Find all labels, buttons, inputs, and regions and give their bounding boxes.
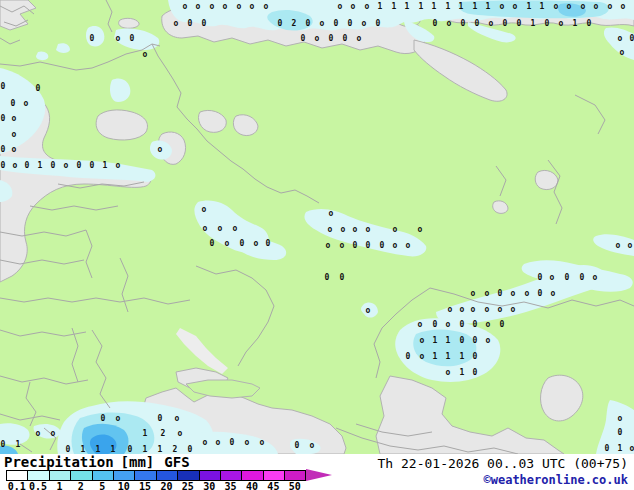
precip-symbol: o — [628, 241, 633, 250]
precip-symbol: o — [329, 209, 334, 218]
precip-symbol: o — [366, 225, 371, 234]
precip-symbol: 2 — [161, 429, 166, 438]
precip-symbol: 0 — [433, 320, 438, 329]
precip-symbol: o — [489, 19, 494, 28]
precip-symbol: 1 — [81, 445, 86, 454]
precip-symbol: o — [264, 2, 269, 11]
legend-unit: [mm] — [121, 454, 155, 470]
precip-symbol: o — [12, 145, 17, 154]
precip-symbol: 1 — [143, 429, 148, 438]
precip-symbol: o — [158, 145, 163, 154]
precip-symbol: o — [203, 438, 208, 447]
precip-symbol: o — [357, 34, 362, 43]
precip-colorbar — [6, 470, 306, 481]
precip-symbol: 0 — [473, 368, 478, 377]
precip-symbol: o — [447, 19, 452, 28]
precip-symbol: 0 — [565, 273, 570, 282]
precip-symbol: o — [486, 320, 491, 329]
precip-symbol: o — [616, 241, 621, 250]
precip-symbol: 0 — [77, 161, 82, 170]
colorbar-cell — [114, 470, 135, 481]
colorbar-label: 40 — [241, 481, 262, 490]
precip-symbol: 0 — [230, 438, 235, 447]
precip-symbol: o — [486, 336, 491, 345]
precip-symbol: 0 — [433, 19, 438, 28]
colorbar-labels: 0.10.5125101520253035404550 — [6, 481, 305, 490]
precip-symbol: o — [216, 438, 221, 447]
precip-symbol: o — [460, 305, 465, 314]
precip-symbol: o — [116, 161, 121, 170]
precip-symbol: o — [418, 225, 423, 234]
copyright-link[interactable]: ©weatheronline.co.uk — [484, 473, 629, 487]
colorbar-cell — [135, 470, 156, 481]
precip-symbol: 2 — [173, 445, 178, 454]
precip-symbol: o — [366, 306, 371, 315]
precip-symbol: o — [183, 2, 188, 11]
precip-symbol: o — [393, 225, 398, 234]
precip-symbol: o — [498, 305, 503, 314]
weather-map-screen: oooooooooo111111111oo11ooooooo00020o00o0… — [0, 0, 634, 490]
precip-symbol: o — [250, 2, 255, 11]
precip-symbol: o — [550, 273, 555, 282]
map-canvas: oooooooooo111111111oo11ooooooo00020o00o0… — [0, 0, 634, 454]
precip-symbol: o — [551, 289, 556, 298]
precip-symbol: o — [326, 241, 331, 250]
precip-symbol: o — [471, 305, 476, 314]
precip-symbol: o — [12, 130, 17, 139]
precip-symbol: 1 — [96, 445, 101, 454]
precip-symbol: 0 — [517, 19, 522, 28]
precip-symbol: o — [338, 2, 343, 11]
precip-symbol: o — [485, 289, 490, 298]
precip-symbol: 0 — [90, 34, 95, 43]
precip-symbol: o — [223, 2, 228, 11]
colorbar-label: 5 — [92, 481, 113, 490]
precip-symbol: 0 — [498, 289, 503, 298]
precip-symbol: o — [593, 273, 598, 282]
precip-symbol: o — [630, 444, 634, 453]
precip-symbol: o — [328, 225, 333, 234]
precip-symbol: 0 — [1, 440, 6, 449]
precip-symbol: o — [511, 289, 516, 298]
colorbar-label: 35 — [220, 481, 241, 490]
precip-symbol: 1 — [446, 352, 451, 361]
precip-symbol: o — [621, 2, 626, 11]
precip-symbol: o — [12, 114, 17, 123]
precip-symbol: o — [365, 2, 370, 11]
precip-symbol: 0 — [366, 241, 371, 250]
precip-symbol: o — [218, 224, 223, 233]
precip-symbol: o — [351, 2, 356, 11]
precip-symbol: o — [420, 336, 425, 345]
precip-symbol: 0 — [461, 19, 466, 28]
precip-symbol: 0 — [460, 320, 465, 329]
legend-title-row: Precipitation[mm]GFS — [4, 454, 190, 470]
precip-symbol: o — [471, 289, 476, 298]
legend-model: GFS — [164, 454, 189, 470]
precip-symbol: o — [594, 2, 599, 11]
precip-symbol: 0 — [503, 19, 508, 28]
precip-symbol: o — [500, 2, 505, 11]
precip-symbol: 0 — [376, 19, 381, 28]
precip-symbol: 0 — [11, 99, 16, 108]
precip-symbol: 0 — [538, 273, 543, 282]
precip-symbol: 0 — [380, 241, 385, 250]
precip-symbol: 1 — [16, 440, 21, 449]
precip-symbol: 0 — [343, 34, 348, 43]
colorbar-label: 25 — [177, 481, 198, 490]
precip-symbol: 1 — [392, 2, 397, 11]
precip-symbol: o — [620, 48, 625, 57]
precip-symbol: 0 — [188, 445, 193, 454]
precip-symbol: 1 — [460, 368, 465, 377]
precip-symbol: o — [315, 34, 320, 43]
precip-symbol: o — [406, 241, 411, 250]
precip-symbol: 0 — [128, 445, 133, 454]
colorbar-cell — [50, 470, 71, 481]
precip-symbol: 0 — [301, 34, 306, 43]
precip-symbol: 1 — [473, 2, 478, 11]
precip-symbol: o — [260, 438, 265, 447]
colorbar-cell — [178, 470, 199, 481]
colorbar-cell — [71, 470, 92, 481]
precip-symbol: 0 — [329, 34, 334, 43]
precip-symbol: 0 — [210, 239, 215, 248]
precip-symbol: o — [554, 2, 559, 11]
colorbar-cell — [221, 470, 242, 481]
